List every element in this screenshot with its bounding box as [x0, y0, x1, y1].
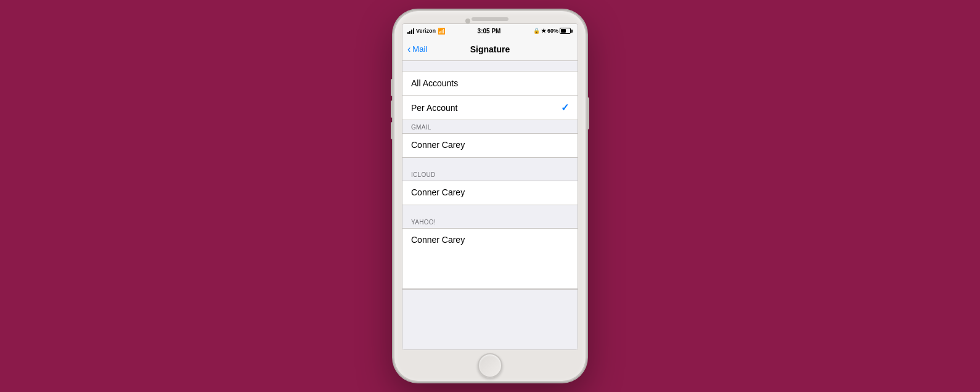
status-bar: Verizon 📶 3:05 PM 🔒 ★ 60% — [402, 24, 578, 38]
gmail-content: Conner Carey — [402, 133, 578, 158]
speaker — [472, 17, 508, 21]
battery-icon — [560, 28, 573, 34]
camera-dot — [465, 18, 470, 23]
status-right: 🔒 ★ 60% — [533, 28, 573, 34]
all-accounts-label: All Accounts — [411, 78, 458, 88]
back-chevron-icon: ‹ — [407, 44, 410, 54]
phone-top-bar — [394, 11, 586, 23]
signature-mode-section: All Accounts Per Account ✓ — [402, 71, 578, 120]
yahoo-header: YAHOO! — [402, 215, 578, 228]
battery-percent: 60% — [547, 28, 558, 34]
gmail-header: GMAIL — [402, 120, 578, 133]
lock-icon: 🔒 — [533, 28, 540, 34]
home-button-area — [394, 350, 586, 381]
icloud-content: Conner Carey — [402, 181, 578, 205]
icloud-header: ICLOUD — [402, 168, 578, 181]
all-accounts-option[interactable]: All Accounts — [402, 71, 578, 95]
carrier-label: Verizon — [416, 28, 436, 34]
gmail-signature[interactable]: Conner Carey — [402, 134, 578, 157]
page-title: Signature — [470, 44, 510, 54]
icloud-signature[interactable]: Conner Carey — [402, 181, 578, 205]
signal-icon — [407, 28, 414, 34]
yahoo-signature[interactable]: Conner Carey — [402, 229, 578, 252]
status-left: Verizon 📶 — [407, 28, 445, 35]
bluetooth-icon: ★ — [541, 28, 546, 34]
screen: Verizon 📶 3:05 PM 🔒 ★ 60% ‹ Mail — [402, 23, 578, 350]
yahoo-content: Conner Carey — [402, 228, 578, 290]
navigation-bar: ‹ Mail Signature — [402, 38, 578, 61]
content-area: All Accounts Per Account ✓ GMAIL Conner … — [402, 61, 578, 349]
bottom-spacer — [402, 300, 578, 324]
gmail-section: GMAIL Conner Carey — [402, 120, 578, 158]
per-account-label: Per Account — [411, 103, 458, 113]
back-label: Mail — [412, 44, 427, 54]
icloud-section: ICLOUD Conner Carey — [402, 168, 578, 205]
home-button[interactable] — [478, 353, 502, 378]
checkmark-icon: ✓ — [561, 102, 569, 113]
status-time: 3:05 PM — [478, 28, 501, 35]
yahoo-section: YAHOO! Conner Carey — [402, 215, 578, 290]
per-account-option[interactable]: Per Account ✓ — [402, 95, 578, 120]
phone-device: Verizon 📶 3:05 PM 🔒 ★ 60% ‹ Mail — [394, 11, 586, 381]
back-button[interactable]: ‹ Mail — [407, 44, 427, 54]
yahoo-signature-extra[interactable] — [402, 252, 578, 289]
wifi-icon: 📶 — [438, 28, 445, 35]
